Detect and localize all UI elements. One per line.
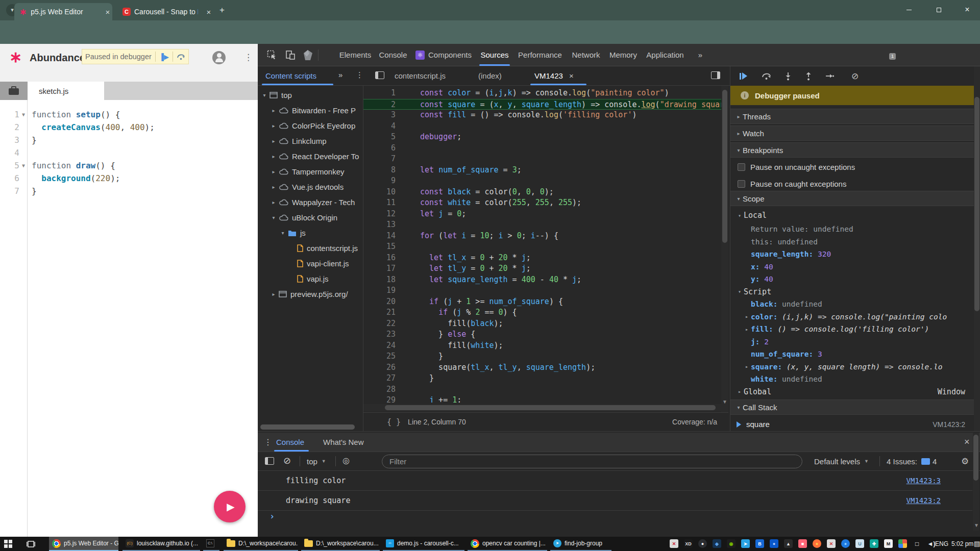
format-braces-icon[interactable]: { }: [387, 417, 401, 427]
bluetooth-icon[interactable]: B: [755, 539, 764, 548]
p5-menu-kebab-icon[interactable]: ⋮: [244, 52, 253, 63]
expander-icon[interactable]: ▸: [270, 108, 277, 113]
more-panels-icon[interactable]: »: [693, 44, 708, 66]
defender-icon[interactable]: ✕: [670, 539, 678, 548]
tree-item-vapi-js[interactable]: vapi.js: [258, 271, 363, 286]
expander-icon[interactable]: ▸: [743, 364, 751, 369]
p5-account-icon[interactable]: [212, 51, 226, 64]
toggle-debugger-sidebar-icon[interactable]: [711, 71, 720, 79]
tree-item-top[interactable]: ▾top: [258, 87, 363, 103]
taskbar-button-6[interactable]: opencv car counting |...: [468, 537, 547, 551]
firefox-icon[interactable]: ●: [813, 539, 821, 548]
expander-icon[interactable]: ▸: [270, 123, 277, 129]
filetab-index[interactable]: (index): [478, 66, 502, 85]
sidebar-scrollbar[interactable]: [974, 66, 980, 431]
globe-icon[interactable]: ●: [841, 539, 850, 548]
discord-icon[interactable]: ●: [698, 539, 707, 548]
expander-icon[interactable]: ▾: [261, 92, 268, 98]
taskbar-button-7[interactable]: ➤find-job-group: [550, 537, 611, 551]
start-button[interactable]: [4, 540, 12, 548]
browser-tab-carousell[interactable]: C Carousell - Snap to List, Chat t ×: [118, 3, 213, 20]
section-threads[interactable]: ▸Threads: [730, 109, 974, 124]
devtools-tab-memory[interactable]: Memory: [605, 44, 642, 66]
step-over-icon[interactable]: [177, 53, 185, 60]
taskbar-button-5[interactable]: ‹›demo.js - carousell-c...: [383, 537, 464, 551]
monitor-icon[interactable]: □: [913, 539, 921, 548]
telegram-icon[interactable]: ➤: [741, 539, 750, 548]
expander-icon[interactable]: ▸: [270, 199, 277, 205]
p5-play-button[interactable]: ▶: [214, 491, 246, 522]
pin-icon[interactable]: ✕: [827, 539, 836, 548]
checkbox[interactable]: [738, 180, 745, 188]
editor-vertical-scrollbar[interactable]: ▼: [721, 86, 728, 412]
console-prompt-chevron[interactable]: ›: [270, 511, 275, 521]
expander-icon[interactable]: ▸: [270, 291, 277, 297]
language-indicator[interactable]: ENG: [935, 537, 948, 551]
screen-icon[interactable]: ■: [798, 539, 807, 548]
filetab-contentscript[interactable]: contentscript.js: [395, 66, 446, 85]
scope-section-global[interactable]: ▸GlobalWindow: [730, 386, 974, 398]
section-breakpoints[interactable]: ▾Breakpoints: [730, 142, 974, 158]
hide-navigator-icon[interactable]: [375, 71, 384, 79]
puzzle-icon[interactable]: ✚: [870, 539, 878, 548]
grid-icon[interactable]: [898, 539, 907, 548]
device-toolbar-icon[interactable]: [285, 50, 296, 60]
section-callstack[interactable]: ▾Call Stack: [730, 399, 974, 415]
resume-script-icon[interactable]: ▐▶: [159, 53, 169, 61]
console-close-icon[interactable]: ×: [964, 437, 970, 447]
expander-icon[interactable]: ▾: [270, 215, 277, 220]
more-tabs-icon[interactable]: »: [338, 70, 342, 79]
tree-item-linkclump[interactable]: ▸Linkclump: [258, 133, 363, 148]
message-source-link[interactable]: VM1423:3: [906, 477, 941, 485]
task-view-button[interactable]: [27, 540, 35, 548]
window-close-button[interactable]: ×: [960, 4, 975, 15]
orb-icon[interactable]: ●: [770, 539, 778, 548]
tree-item-colorpick-eyedrop[interactable]: ▸ColorPick Eyedrop: [258, 118, 363, 133]
xd-icon[interactable]: XD: [684, 539, 693, 548]
devtools-tab-performance[interactable]: Performance: [513, 44, 567, 66]
console-sidebar-icon[interactable]: [265, 457, 274, 465]
whats-new-tab[interactable]: What's New: [323, 433, 364, 452]
expander-icon[interactable]: ▾: [279, 230, 286, 236]
devtools-tab-console[interactable]: Console: [375, 44, 411, 66]
tree-horizontal-scrollbar[interactable]: [260, 424, 355, 430]
resume-script-icon[interactable]: [740, 72, 747, 80]
callstack-frame[interactable]: squareVM1423:2: [730, 417, 974, 431]
pause-caught-checkbox[interactable]: Pause on caught exceptions: [730, 177, 974, 190]
expander-icon[interactable]: ▸: [743, 314, 751, 319]
filetab-close-icon[interactable]: ×: [569, 71, 574, 80]
taskbar-button-3[interactable]: D:\_workspace\carou...: [224, 537, 298, 551]
section-scope[interactable]: ▾Scope: [730, 191, 974, 206]
taskbar-button-2[interactable]: C:\: [203, 537, 219, 551]
clock[interactable]: 5:02 pm: [951, 537, 973, 551]
filetab-vm1423[interactable]: VM1423 ×: [534, 66, 574, 85]
navigator-menu-kebab-icon[interactable]: ⋮: [356, 70, 363, 80]
devtools-tab-components[interactable]: ⚛Components: [411, 44, 476, 66]
console-scrollbar[interactable]: ▼: [973, 433, 979, 531]
devtools-tab-sources[interactable]: Sources: [476, 44, 513, 66]
scope-section-local[interactable]: ▾Local: [730, 209, 974, 221]
devtools-tab-elements[interactable]: Elements: [335, 44, 375, 66]
tree-item-vapi-client-js[interactable]: vapi-client.js: [258, 256, 363, 271]
inspect-element-icon[interactable]: [267, 50, 277, 60]
console-settings-gear-icon[interactable]: ⚙: [961, 456, 969, 467]
m-icon[interactable]: M: [884, 539, 893, 548]
tab-close-icon[interactable]: ×: [103, 8, 112, 16]
window-maximize-button[interactable]: [931, 4, 946, 15]
p5-code-area[interactable]: 1▼function setup() {2 createCanvas(400, …: [0, 100, 258, 537]
tree-item-ublock-origin[interactable]: ▾uBlock Origin: [258, 210, 363, 225]
console-filter-input[interactable]: Filter: [382, 455, 802, 468]
message-source-link[interactable]: VM1423:2: [906, 496, 941, 505]
speaker-icon[interactable]: ◄): [927, 539, 936, 548]
console-menu-kebab-icon[interactable]: ⋮: [264, 437, 272, 447]
issues-link[interactable]: 4 Issues: 4: [887, 452, 937, 470]
devtools-tab-network[interactable]: Network: [567, 44, 605, 66]
new-tab-button[interactable]: +: [216, 5, 228, 16]
tree-item-preview-p5js-org-[interactable]: ▸preview.p5js.org/: [258, 286, 363, 302]
window-minimize-button[interactable]: [901, 4, 917, 15]
step-icon[interactable]: [825, 72, 834, 80]
expander-icon[interactable]: ▸: [270, 169, 277, 174]
expander-icon[interactable]: ▸: [270, 154, 277, 159]
taskbar-button-1[interactable]: (C)louiscklaw.github.io (...: [122, 537, 200, 551]
scroll-down-arrow[interactable]: ▼: [722, 399, 727, 405]
